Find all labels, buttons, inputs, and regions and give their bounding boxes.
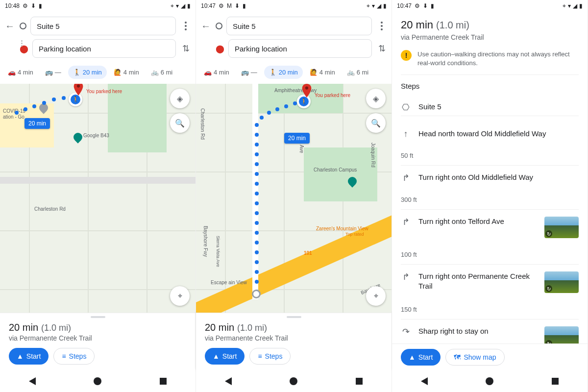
destination-pin-icon: ⬤: [216, 44, 224, 53]
route-distance: (1.0 mi): [41, 323, 71, 333]
nav-recents-button[interactable]: [356, 378, 363, 385]
map-view[interactable]: Amphitheatre Pkwy Charleston Rd Alta Ave…: [196, 84, 392, 313]
walk-icon: 🚶: [73, 69, 81, 76]
origin-field[interactable]: Suite 5: [30, 17, 176, 35]
download-icon: ⬇: [31, 2, 36, 9]
travel-modes: 🚗4 min 🚌— 🚶20 min 🙋4 min 🚲6 mi: [0, 64, 196, 84]
wifi-icon: ▾: [568, 2, 571, 9]
status-bar: 10:47 ⚙ ⬇ ▮ ⌖ ▾ ◢ ▮: [392, 0, 588, 12]
start-button[interactable]: ▲Start: [401, 349, 441, 366]
walk-icon: 🚶: [269, 69, 277, 76]
nav-recents-button[interactable]: [552, 378, 559, 385]
mode-transit[interactable]: 🚌—: [236, 66, 262, 79]
step-item[interactable]: ↑ Head north toward Old Middlefield Way: [401, 122, 579, 146]
streetview-thumbnail[interactable]: [544, 217, 579, 238]
back-button[interactable]: ←: [4, 20, 16, 32]
mode-transit[interactable]: 🚌—: [40, 66, 66, 79]
mode-walk[interactable]: 🚶20 min: [264, 66, 303, 79]
wifi-icon: ▾: [176, 2, 179, 9]
map-label-covid-sub: ation - Go: [3, 114, 24, 120]
sheet-drag-handle[interactable]: [91, 316, 105, 318]
download-icon: ⬇: [235, 2, 240, 9]
directions-steps-pane[interactable]: 20 min (1.0 mi) via Permanente Creek Tra…: [392, 12, 588, 343]
signal-icon: ◢: [573, 2, 577, 9]
cycle-icon: 🚲: [347, 69, 355, 76]
sharp-right-icon: ↷: [401, 326, 411, 337]
show-map-button[interactable]: 🗺Show map: [445, 349, 504, 366]
list-icon: ≡: [258, 352, 262, 360]
nav-recents-button[interactable]: [160, 378, 167, 385]
origin-field[interactable]: Suite 5: [226, 17, 372, 35]
status-time: 10:47: [201, 2, 216, 9]
search-map-button[interactable]: 🔍: [366, 113, 386, 133]
streetview-thumbnail[interactable]: [544, 326, 579, 343]
step-distance: 100 ft: [401, 251, 579, 265]
mode-cycle[interactable]: 🚲6 mi: [146, 66, 178, 79]
map-label-charleston-rd: Charleston Rd: [200, 108, 205, 140]
mode-rideshare[interactable]: 🙋4 min: [305, 66, 340, 79]
steps-button[interactable]: ≡Steps: [53, 348, 95, 365]
mode-walk[interactable]: 🚶20 min: [68, 66, 107, 79]
transit-icon: 🚌: [241, 69, 249, 76]
location-icon: ⌖: [171, 2, 174, 9]
battery-icon: ▮: [383, 2, 387, 9]
route-duration: 20 min: [9, 322, 38, 333]
destination-marker: [74, 84, 83, 96]
map-label-joaquin: Joaquin Rd: [370, 143, 376, 168]
step-item[interactable]: ↱ Turn right onto Old Middlefield Way: [401, 166, 579, 190]
swap-button[interactable]: ⇅: [376, 43, 388, 54]
route-summary-sheet[interactable]: 20 min (1.0 mi) via Permanente Creek Tra…: [196, 313, 392, 370]
phone-screen-1: 10:48 ⚙ ⬇ ▮ ⌖ ▾ ◢ ▮ ← Suite 5 ⬤ Parking …: [0, 0, 196, 392]
mode-cycle[interactable]: 🚲6 mi: [342, 66, 374, 79]
my-location-button[interactable]: ⌖: [366, 286, 386, 306]
route-via: via Permanente Creek Trail: [205, 334, 383, 342]
rideshare-icon: 🙋: [114, 69, 122, 76]
map-label-zareen: Zareen's Mountain View: [316, 226, 368, 231]
route-duration-badge: 20 min: [24, 118, 50, 129]
bottom-action-bar: ▲Start 🗺Show map: [392, 343, 588, 370]
layers-button[interactable]: ◈: [366, 89, 386, 108]
nav-back-button[interactable]: [225, 377, 232, 385]
mode-drive[interactable]: 🚗4 min: [199, 66, 234, 79]
nav-home-button[interactable]: [94, 377, 101, 385]
nav-home-button[interactable]: [290, 377, 297, 385]
overflow-menu-button[interactable]: [376, 22, 388, 30]
overflow-menu-button[interactable]: [180, 22, 192, 30]
gear-icon: ⚙: [415, 2, 420, 9]
mode-drive[interactable]: 🚗4 min: [3, 66, 38, 79]
android-nav-bar: [0, 370, 196, 392]
download-icon: ⬇: [423, 2, 428, 9]
swap-button[interactable]: ⇅: [180, 43, 192, 54]
android-nav-bar: [196, 370, 392, 392]
map-label-sierra: Sierra Vista Ave: [216, 236, 220, 267]
steps-button[interactable]: ≡Steps: [249, 348, 291, 365]
route-via: via Permanente Creek Trail: [401, 33, 579, 41]
step-item[interactable]: ↱ Turn right onto Permanente Creek Trail: [401, 265, 579, 300]
start-button[interactable]: ▲Start: [205, 348, 245, 365]
hwy-101-shield: 101: [304, 250, 312, 256]
search-map-button[interactable]: 🔍: [170, 113, 190, 133]
nav-back-button[interactable]: [421, 377, 428, 385]
navigate-icon: ▲: [409, 353, 416, 361]
map-view[interactable]: COVID-19 ation - Go Charleston Rd Google…: [0, 84, 196, 313]
step-item[interactable]: ↱ Turn right onto Telford Ave: [401, 210, 579, 245]
start-button[interactable]: ▲Start: [9, 348, 49, 365]
gear-icon: ⚙: [23, 2, 28, 9]
nav-home-button[interactable]: [486, 377, 493, 385]
travel-modes: 🚗4 min 🚌— 🚶20 min 🙋4 min 🚲6 mi: [196, 64, 392, 84]
mode-rideshare[interactable]: 🙋4 min: [109, 66, 144, 79]
transit-icon: 🚌: [45, 69, 53, 76]
back-button[interactable]: ←: [200, 20, 212, 32]
step-item[interactable]: ↷ Sharp right to stay on: [401, 319, 579, 343]
route-via: via Permanente Creek Trail: [9, 334, 187, 342]
route-duration: 20 min: [401, 19, 433, 31]
layers-button[interactable]: ◈: [170, 89, 190, 108]
route-summary-sheet[interactable]: 20 min (1.0 mi) via Permanente Creek Tra…: [0, 313, 196, 370]
my-location-button[interactable]: ⌖: [170, 286, 190, 306]
destination-field[interactable]: Parking location: [32, 39, 176, 58]
destination-field[interactable]: Parking location: [228, 39, 372, 58]
step-list[interactable]: ⎔ Suite 5 ↑ Head north toward Old Middle…: [401, 95, 579, 343]
nav-back-button[interactable]: [29, 377, 36, 385]
streetview-thumbnail[interactable]: [544, 271, 579, 293]
sheet-drag-handle[interactable]: [287, 316, 301, 318]
